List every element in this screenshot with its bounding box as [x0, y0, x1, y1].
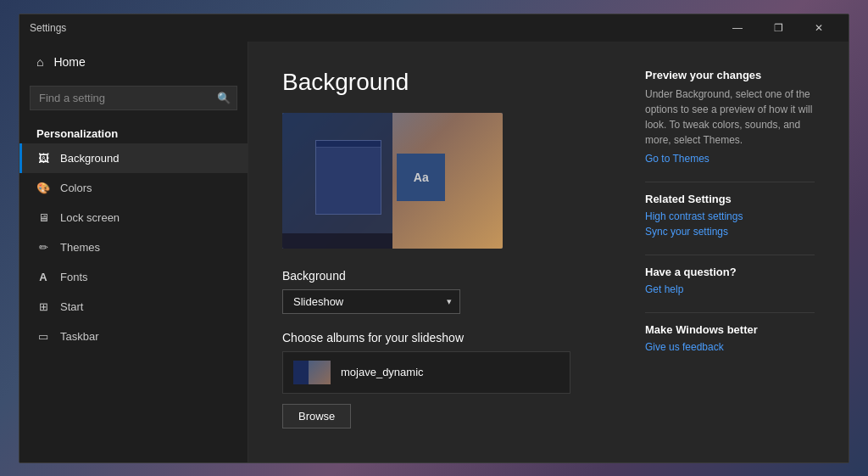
albums-label: Choose albums for your slideshow: [282, 331, 611, 344]
close-button[interactable]: ✕: [799, 14, 838, 42]
taskbar-icon: ▭: [36, 330, 50, 343]
sidebar-item-lock-screen[interactable]: 🖥 Lock screen: [19, 203, 248, 232]
window-body: ⌂ Home 🔍 Personalization 🖼 Background 🎨 …: [19, 42, 849, 462]
background-section: Background Slideshow ▾: [282, 269, 611, 314]
search-input[interactable]: [30, 86, 237, 110]
background-dropdown[interactable]: Slideshow: [282, 289, 460, 314]
main-left: Background Aa Background Sl: [282, 69, 611, 435]
browse-button[interactable]: Browse: [282, 404, 351, 428]
preview-aa-text: Aa: [397, 154, 445, 201]
window-title: Settings: [30, 22, 66, 34]
sidebar-item-fonts[interactable]: A Fonts: [19, 262, 248, 292]
sidebar-taskbar-label: Taskbar: [60, 330, 99, 343]
feedback-link[interactable]: Give us feedback: [645, 341, 815, 353]
right-panel: Preview your changes Under Background, s…: [645, 69, 815, 435]
related-settings-title: Related Settings: [645, 193, 815, 205]
maximize-button[interactable]: ❐: [759, 14, 798, 42]
background-icon: 🖼: [36, 152, 50, 165]
album-name: mojave_dynamic: [341, 366, 424, 378]
colors-icon: 🎨: [36, 182, 50, 194]
preview-window-title: [316, 141, 381, 148]
start-icon: ⊞: [36, 300, 50, 313]
preview-taskbar: [282, 233, 392, 249]
sidebar-start-label: Start: [60, 300, 83, 313]
title-bar: Settings — ❐ ✕: [19, 14, 849, 42]
preview-image: Aa: [282, 113, 503, 249]
sidebar-themes-label: Themes: [60, 241, 100, 254]
feedback-section: Make Windows better Give us feedback: [645, 323, 815, 353]
search-icon: 🔍: [217, 92, 231, 104]
sidebar-item-background[interactable]: 🖼 Background: [19, 143, 248, 173]
main-content: Background Aa Background Sl: [248, 42, 849, 462]
search-box: 🔍: [30, 86, 237, 110]
feedback-title: Make Windows better: [645, 323, 815, 336]
background-dropdown-wrapper: Slideshow ▾: [282, 289, 460, 314]
sidebar-item-home[interactable]: ⌂ Home: [19, 42, 248, 82]
divider-2: [645, 255, 815, 255]
sidebar-item-taskbar[interactable]: ▭ Taskbar: [19, 322, 248, 351]
sidebar-item-start[interactable]: ⊞ Start: [19, 292, 248, 322]
minimize-button[interactable]: —: [718, 14, 757, 42]
personalization-label: Personalization: [19, 120, 248, 143]
preview-changes-section: Preview your changes Under Background, s…: [645, 69, 815, 165]
divider-3: [645, 312, 815, 313]
sidebar: ⌂ Home 🔍 Personalization 🖼 Background 🎨 …: [19, 42, 248, 462]
get-help-link[interactable]: Get help: [645, 283, 815, 295]
question-title: Have a question?: [645, 266, 815, 278]
go-to-themes-link[interactable]: Go to Themes: [645, 153, 815, 165]
fonts-icon: A: [36, 271, 50, 283]
divider-1: [645, 182, 815, 182]
preview-changes-title: Preview your changes: [645, 69, 815, 81]
background-dropdown-label: Background: [282, 269, 611, 283]
sidebar-lock-label: Lock screen: [60, 211, 120, 224]
sidebar-colors-label: Colors: [60, 182, 92, 194]
preview-changes-desc: Under Background, select one of the opti…: [645, 87, 815, 148]
album-item[interactable]: mojave_dynamic: [282, 351, 570, 394]
preview-window: [315, 140, 381, 215]
album-thumbnail: [293, 361, 331, 384]
sidebar-item-colors[interactable]: 🎨 Colors: [19, 173, 248, 203]
question-section: Have a question? Get help: [645, 266, 815, 295]
sidebar-item-themes[interactable]: ✏ Themes: [19, 232, 248, 262]
sidebar-fonts-label: Fonts: [60, 271, 88, 283]
settings-window: Settings — ❐ ✕ ⌂ Home 🔍 Personalization …: [19, 14, 849, 463]
related-settings-section: Related Settings High contrast settings …: [645, 193, 815, 238]
high-contrast-link[interactable]: High contrast settings: [645, 210, 815, 222]
home-icon: ⌂: [36, 55, 43, 69]
album-thumbnail-overlay: [293, 361, 309, 384]
window-controls: — ❐ ✕: [718, 14, 838, 42]
sidebar-background-label: Background: [60, 152, 119, 165]
themes-icon: ✏: [36, 241, 50, 254]
lock-screen-icon: 🖥: [36, 211, 50, 224]
sync-settings-link[interactable]: Sync your settings: [645, 226, 815, 238]
home-label: Home: [53, 55, 85, 69]
albums-section: Choose albums for your slideshow mojave_…: [282, 331, 611, 445]
page-title: Background: [282, 69, 611, 96]
